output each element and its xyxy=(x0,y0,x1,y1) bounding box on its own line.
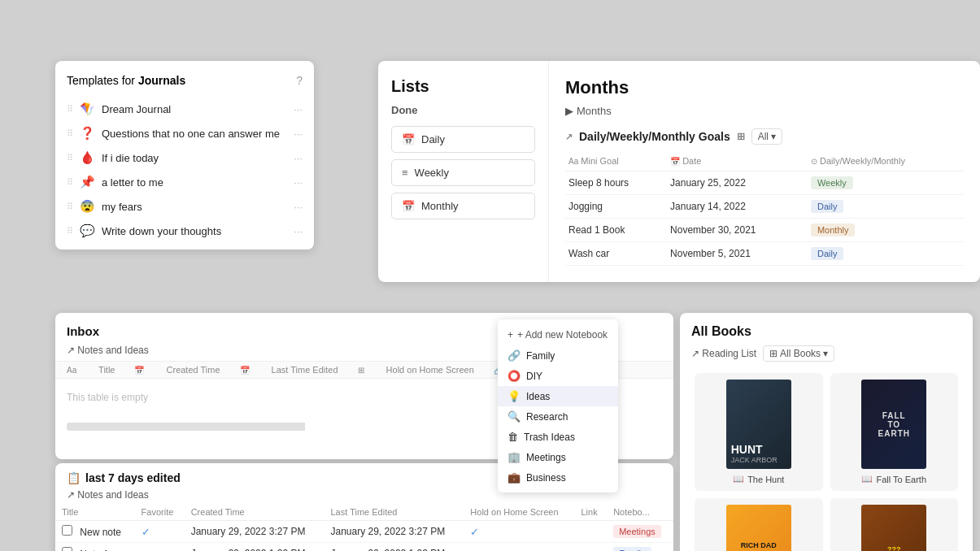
template-icon: 💬 xyxy=(80,223,95,238)
link-cell xyxy=(574,521,607,543)
notebook-item-research[interactable]: 🔍 Research xyxy=(498,406,618,427)
template-icon: ❓ xyxy=(80,126,95,141)
monthly-button[interactable]: 📅 Monthly xyxy=(391,193,535,219)
more-icon[interactable]: ··· xyxy=(294,225,303,237)
table-row: Read 1 Book November 30, 2021 Monthly xyxy=(565,219,964,242)
more-icon[interactable]: ··· xyxy=(294,103,303,115)
hold-cell: ✓ xyxy=(464,521,574,543)
books-panel: All Books ↗ Reading List ⊞ All Books ▾ H… xyxy=(680,313,973,551)
drag-handle-icon: ⠿ xyxy=(67,153,73,163)
lists-title: Lists xyxy=(391,77,535,96)
template-item[interactable]: ⠿ 🩸 If i die today ··· xyxy=(55,145,314,170)
edited-cell: January 29, 2022 3:27 PM xyxy=(324,521,464,543)
daily-icon: 📅 xyxy=(402,133,415,145)
notebook-icon: 💡 xyxy=(507,390,520,402)
more-icon[interactable]: ··· xyxy=(294,176,303,189)
book-card-4[interactable]: ??? xyxy=(830,498,959,551)
book-title-fall: 📖 Fall To Earth xyxy=(861,474,926,484)
template-icon: 🩸 xyxy=(80,150,95,165)
template-name: my fears xyxy=(102,201,294,213)
more-icon[interactable]: ··· xyxy=(294,201,303,213)
table-row: Jogging January 14, 2022 Daily xyxy=(565,195,964,219)
book-card-hunt[interactable]: HUNT JACK ARBOR 📖 The Hunt xyxy=(695,373,823,491)
books-grid: HUNT JACK ARBOR 📖 The Hunt FALLTOEARTH 📖… xyxy=(680,370,973,551)
more-icon[interactable]: ··· xyxy=(294,152,303,164)
notebook-label: DIY xyxy=(526,371,542,382)
lists-months-panel: Lists Done 📅 Daily ≡ Weekly 📅 Monthly Mo… xyxy=(378,61,980,282)
notebook-label: Meetings xyxy=(526,452,566,463)
book-title-hunt: 📖 The Hunt xyxy=(733,474,784,484)
templates-header: Templates for Journals ? xyxy=(55,74,314,97)
books-title: All Books xyxy=(680,324,973,345)
filter-button[interactable]: All ▾ xyxy=(751,128,782,145)
col-last-time-edited: Last Time Edited xyxy=(324,504,464,521)
template-name: If i die today xyxy=(102,152,294,164)
col-hold-on-home-screen: Hold on Home Screen xyxy=(464,504,574,521)
goal-cell: Read 1 Book xyxy=(565,219,667,242)
goal-cell: Sleep 8 hours xyxy=(565,171,667,195)
title-cell: New note xyxy=(55,521,135,543)
template-item[interactable]: ⠿ 😨 my fears ··· xyxy=(55,194,314,219)
book-card-rich[interactable]: RICH DADPOOR DAD 📖 Rich Dad Poor Dad xyxy=(695,498,823,551)
hold-check: ✓ xyxy=(470,548,479,552)
lists-side: Lists Done 📅 Daily ≡ Weekly 📅 Monthly xyxy=(378,61,549,282)
table-row: New note ✓ January 29, 2022 3:27 PM Janu… xyxy=(55,521,673,543)
book-icon-2: 📖 xyxy=(861,474,873,484)
col-notebo...: Notebo... xyxy=(607,504,673,521)
date-cell: January 25, 2022 xyxy=(667,171,808,195)
favorite-cell: ✓ xyxy=(135,521,185,543)
col-created-time: Created Time xyxy=(185,504,324,521)
title-cell: Note 1 xyxy=(55,543,135,552)
reading-list-row: ↗ Reading List ⊞ All Books ▾ xyxy=(680,345,973,370)
last7-title: last 7 days edited xyxy=(85,471,181,484)
row-checkbox[interactable] xyxy=(62,525,72,536)
favorite-check: ✓ xyxy=(142,548,150,552)
tag-cell: Daily xyxy=(808,242,964,266)
months-side: Months ▶ Months ↗ Daily/Weekly/Monthly G… xyxy=(549,61,980,282)
notebook-icon: 🏢 xyxy=(507,451,520,463)
template-icon: 🪁 xyxy=(80,102,95,116)
notebook-icon: 💼 xyxy=(507,471,520,484)
help-icon[interactable]: ? xyxy=(296,74,303,87)
edited-cell: January 29, 2022 1:22 PM xyxy=(324,543,464,552)
chevron-down-icon: ▾ xyxy=(823,348,828,359)
lists-done-label: Done xyxy=(391,104,535,116)
filter-books-button[interactable]: ⊞ All Books ▾ xyxy=(763,345,834,362)
template-name: Questions that no one can answer me xyxy=(102,128,294,140)
last7-icon: 📋 xyxy=(67,471,81,484)
col-frequency: ⊙ Daily/Weekly/Monthly xyxy=(808,153,964,171)
link-cell xyxy=(574,543,607,552)
notebook-cell: Family xyxy=(607,543,673,552)
months-breadcrumb: ▶ Months xyxy=(565,105,964,117)
template-item[interactable]: ⠿ ❓ Questions that no one can answer me … xyxy=(55,121,314,145)
add-notebook-button[interactable]: + + Add new Notebook xyxy=(498,324,618,345)
template-item[interactable]: ⠿ 💬 Write down your thoughts ··· xyxy=(55,219,314,243)
template-item[interactable]: ⠿ 📌 a letter to me ··· xyxy=(55,170,314,194)
notebook-item-family[interactable]: 🔗 Family xyxy=(498,345,618,366)
drag-handle-icon: ⠿ xyxy=(67,104,73,115)
notebook-icon: 🗑 xyxy=(507,431,518,443)
notebook-item-ideas[interactable]: 💡 Ideas xyxy=(498,386,618,406)
book-icon: 📖 xyxy=(733,474,744,484)
daily-button[interactable]: 📅 Daily xyxy=(391,126,535,153)
favorite-check: ✓ xyxy=(142,526,150,538)
notebook-item-trash ideas[interactable]: 🗑 Trash Ideas xyxy=(498,427,618,447)
notebook-item-meetings[interactable]: 🏢 Meetings xyxy=(498,447,618,467)
hold-cell: ✓ xyxy=(464,543,574,552)
notebook-item-diy[interactable]: ⭕ DIY xyxy=(498,366,618,386)
notebook-label: Family xyxy=(526,350,555,362)
template-item[interactable]: ⠿ 🪁 Dream Journal ··· xyxy=(55,97,314,121)
row-checkbox[interactable] xyxy=(62,547,72,551)
more-icon[interactable]: ··· xyxy=(294,128,303,140)
weekly-icon: ≡ xyxy=(402,167,408,179)
monthly-icon: 📅 xyxy=(402,200,415,212)
weekly-button[interactable]: ≡ Weekly xyxy=(391,159,535,186)
template-icon: 📌 xyxy=(80,175,95,189)
goal-cell: Jogging xyxy=(565,195,667,219)
reading-list-label: ↗ Reading List xyxy=(691,348,756,359)
goals-table: Aa Mini Goal 📅 Date ⊙ Daily/Weekly/Month… xyxy=(565,153,964,266)
table-row: Wash car November 5, 2021 Daily xyxy=(565,242,964,266)
chevron-icon: ▾ xyxy=(771,131,776,142)
book-card-fall[interactable]: FALLTOEARTH 📖 Fall To Earth xyxy=(830,373,959,491)
notebook-item-business[interactable]: 💼 Business xyxy=(498,467,618,488)
